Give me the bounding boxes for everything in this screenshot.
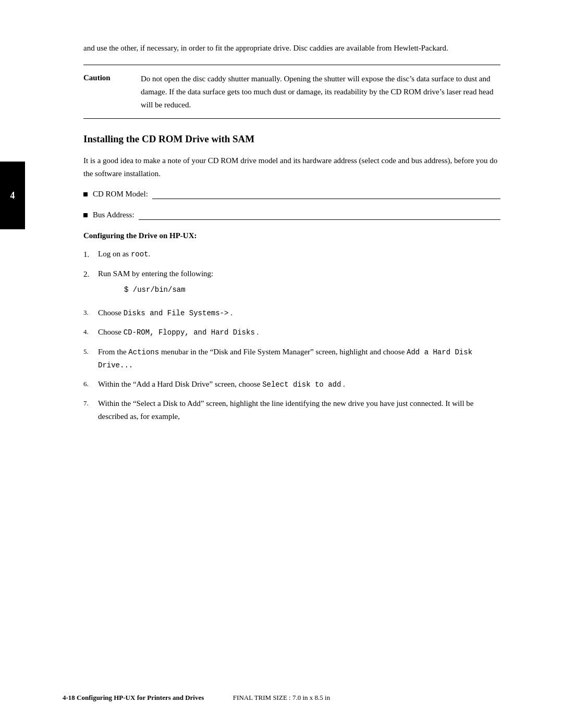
chapter-tab: 4 [0, 162, 25, 229]
step-5-code-actions: Actions [128, 348, 159, 356]
step-6-code: Select disk to add [262, 380, 341, 389]
caution-box: Caution Do not open the disc caddy shutt… [83, 65, 500, 119]
section-paragraph: It is a good idea to make a note of your… [83, 154, 500, 180]
intro-paragraph: and use the other, if necessary, in orde… [83, 42, 500, 54]
step-2: 2. Run SAM by entering the following: $ … [83, 267, 500, 301]
step-2-number: 2. [83, 267, 98, 281]
fill-in-bus-line [139, 211, 500, 220]
caution-label: Caution [83, 72, 125, 82]
step-7-content: Within the “Select a Disk to Add” screen… [98, 397, 500, 423]
page: 4 and use the other, if necessary, in or… [0, 0, 563, 728]
fill-in-cdrom-label: CD ROM Model: [93, 190, 148, 199]
step-1-code: root [131, 250, 149, 258]
step-6-content: Within the “Add a Hard Disk Drive” scree… [98, 378, 500, 391]
step-7-number: 7. [83, 397, 98, 409]
fill-in-cdrom: CD ROM Model: [83, 190, 500, 199]
step-5: 5. From the Actions menubar in the “Disk… [83, 346, 500, 372]
step-1: 1. Log on as root. [83, 248, 500, 261]
step-6-number: 6. [83, 378, 98, 389]
step-4: 4. Choose CD-ROM, Floppy, and Hard Disks… [83, 326, 500, 339]
fill-in-bus-label: Bus Address: [93, 211, 134, 219]
sub-heading: Configuring the Drive on HP-UX: [83, 231, 500, 240]
footer-trim: FINAL TRIM SIZE : 7.0 in x 8.5 in [0, 694, 563, 702]
step-2-content: Run SAM by entering the following: $ /us… [98, 267, 500, 301]
step-6: 6. Within the “Add a Hard Disk Drive” sc… [83, 378, 500, 391]
step-5-content: From the Actions menubar in the “Disk an… [98, 346, 500, 372]
fill-in-cdrom-line [152, 190, 500, 199]
step-3-content: Choose Disks and File Systems-> . [98, 306, 500, 319]
section-heading: Installing the CD ROM Drive with SAM [83, 133, 500, 145]
step-1-number: 1. [83, 248, 98, 261]
step-4-code: CD-ROM, Floppy, and Hard Disks [124, 328, 255, 337]
step-5-number: 5. [83, 346, 98, 357]
fill-in-bus: Bus Address: [83, 211, 500, 220]
step-3: 3. Choose Disks and File Systems-> . [83, 306, 500, 319]
bullet-icon-2 [83, 213, 88, 217]
steps-list: 1. Log on as root. 2. Run SAM by enterin… [83, 248, 500, 423]
step-4-number: 4. [83, 326, 98, 337]
step-4-content: Choose CD-ROM, Floppy, and Hard Disks . [98, 326, 500, 339]
step-3-number: 3. [83, 306, 98, 318]
chapter-number: 4 [10, 190, 15, 201]
bullet-icon [83, 192, 88, 196]
step-2-code-block: $ /usr/bin/sam [124, 284, 500, 296]
caution-text: Do not open the disc caddy shutter manua… [141, 72, 500, 111]
step-7: 7. Within the “Select a Disk to Add” scr… [83, 397, 500, 423]
step-1-content: Log on as root. [98, 248, 500, 261]
step-3-code: Disks and File Systems-> [124, 309, 229, 317]
